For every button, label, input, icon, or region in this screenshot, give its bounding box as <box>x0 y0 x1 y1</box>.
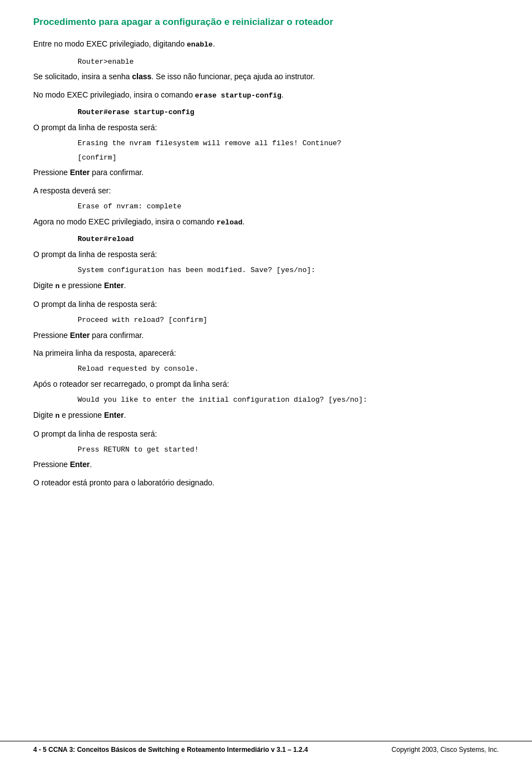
code-block-1: Router>enable <box>78 57 499 68</box>
paragraph-13: Após o roteador ser recarregado, o promp… <box>33 378 499 390</box>
paragraph-14: Digite n e pressione Enter. <box>33 409 499 422</box>
para11-bold: Enter <box>70 331 90 340</box>
code-block-11: Press RETURN to get started! <box>78 444 499 455</box>
para3-code: erase startup-config <box>195 91 282 100</box>
paragraph-15: O prompt da linha de resposta será: <box>33 428 499 440</box>
para2b-text: . Se isso não funcionar, peça ajuda ao i… <box>151 72 315 81</box>
paragraph-8: O prompt da linha de resposta será: <box>33 248 499 260</box>
para14b-text: e pressione <box>60 411 104 419</box>
para1-text: Entre no modo EXEC privilegiado, digitan… <box>33 39 187 48</box>
paragraph-2: Se solicitado, insira a senha class. Se … <box>33 70 499 83</box>
para2-bold: class <box>132 72 151 81</box>
paragraph-17: O roteador está pronto para o laboratóri… <box>33 477 499 489</box>
para5-bold: Enter <box>70 168 90 177</box>
para2-text: Se solicitado, insira a senha <box>33 72 132 81</box>
para16-text: Pressione <box>33 460 70 469</box>
code-block-4: [confirm] <box>78 152 499 163</box>
para1-code: enable <box>187 40 213 49</box>
para14-code: n <box>55 412 60 420</box>
para9-code: n <box>55 282 60 290</box>
paragraph-11: Pressione Enter para confirmar. <box>33 329 499 341</box>
code-block-10: Would you like to enter the initial conf… <box>78 395 499 406</box>
para1-period: . <box>213 39 215 48</box>
footer-right: Copyright 2003, Cisco Systems, Inc. <box>392 746 499 754</box>
para14-text: Digite <box>33 411 55 419</box>
para3b-text: . <box>282 90 284 99</box>
para3-text: No modo EXEC privilegiado, insira o coma… <box>33 90 195 99</box>
code-block-3: Erasing the nvram filesystem will remove… <box>78 138 499 149</box>
para7-text: Agora no modo EXEC privilegiado, insira … <box>33 217 217 226</box>
para16b-text: . <box>90 460 92 469</box>
para9c-text: . <box>124 281 126 290</box>
paragraph-6: A resposta deverá ser: <box>33 185 499 197</box>
paragraph-7: Agora no modo EXEC privilegiado, insira … <box>33 216 499 229</box>
para9-bold: Enter <box>104 281 124 290</box>
para7-code: reload <box>217 218 243 227</box>
paragraph-9: Digite n e pressione Enter. <box>33 279 499 293</box>
footer-left: 4 - 5 CCNA 3: Conceitos Básicos de Switc… <box>33 746 308 754</box>
code-block-2: Router#erase startup-config <box>78 107 499 118</box>
code-block-9: Reload requested by console. <box>78 363 499 375</box>
para9-text: Digite <box>33 281 55 290</box>
para9b-text: e pressione <box>60 281 104 290</box>
para14-bold: Enter <box>104 411 124 419</box>
page-footer: 4 - 5 CCNA 3: Conceitos Básicos de Switc… <box>0 741 532 758</box>
code-block-5: Erase of nvram: complete <box>78 201 499 212</box>
para5-text: Pressione <box>33 168 70 177</box>
para16-bold: Enter <box>70 460 90 469</box>
code-block-6: Router#reload <box>78 234 499 245</box>
paragraph-3: No modo EXEC privilegiado, insira o coma… <box>33 89 499 102</box>
paragraph-4: O prompt da linha de resposta será: <box>33 121 499 134</box>
paragraph-12: Na primeira linha da resposta, aparecerá… <box>33 347 499 359</box>
para7b-text: . <box>243 217 245 226</box>
code-block-7: System configuration has been modified. … <box>78 265 499 276</box>
paragraph-5: Pressione Enter para confirmar. <box>33 166 499 178</box>
para5b-text: para confirmar. <box>90 168 144 177</box>
paragraph-16: Pressione Enter. <box>33 458 499 470</box>
para11-text: Pressione <box>33 331 70 340</box>
page-title: Procedimento para apagar a configuração … <box>33 17 499 28</box>
code-block-8: Proceed with reload? [confirm] <box>78 315 499 326</box>
paragraph-1: Entre no modo EXEC privilegiado, digitan… <box>33 38 499 51</box>
paragraph-10: O prompt da linha de resposta será: <box>33 298 499 310</box>
para14c-text: . <box>124 411 126 419</box>
para11b-text: para confirmar. <box>90 331 144 340</box>
